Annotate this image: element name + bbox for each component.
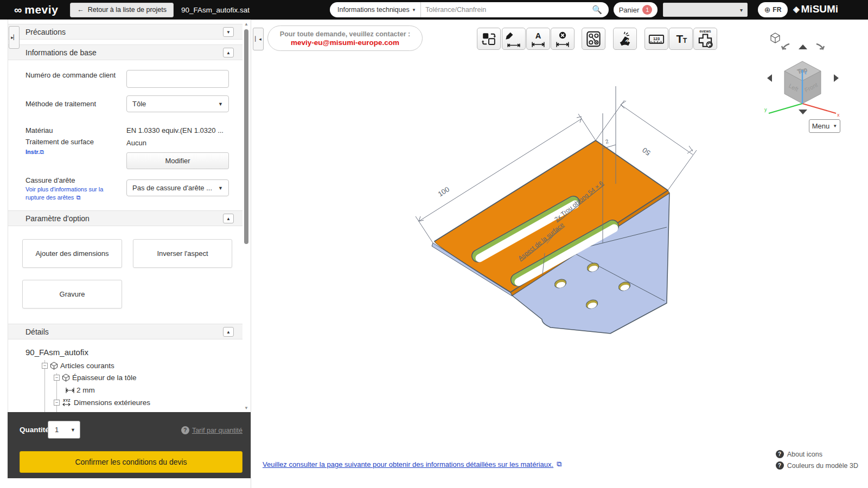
axis-z-label: z bbox=[805, 70, 807, 75]
chevron-down-icon: ▾ bbox=[740, 7, 743, 13]
collapse-toggle-icon[interactable]: ▲ bbox=[223, 48, 234, 57]
back-button-label: Retour à la liste de projets bbox=[88, 6, 167, 14]
material-value: EN 1.0330 equiv.(EN 1.0320 ... bbox=[126, 126, 224, 134]
order-number-input[interactable] bbox=[126, 70, 229, 88]
search-icon[interactable]: 🔍 bbox=[590, 5, 609, 15]
edge-break-select[interactable]: Pas de cassure d'arête ... ▼ bbox=[126, 179, 229, 196]
globe-icon: ⊕ bbox=[764, 5, 771, 14]
quantity-label: Quantité bbox=[20, 426, 49, 434]
document-title: 90_FAsm_autofix.sat bbox=[181, 6, 250, 14]
add-dimensions-button[interactable]: Ajouter des dimensions bbox=[22, 239, 122, 268]
scroll-up-arrow[interactable]: ▲ bbox=[244, 22, 249, 27]
materials-info-link[interactable]: Veuillez consulter la page suivante pour… bbox=[263, 460, 561, 468]
viewcube-menu-button[interactable]: Menu ▼ bbox=[809, 119, 840, 133]
rotate-right-side-arrow[interactable] bbox=[834, 74, 839, 82]
sidebar-expand-handle[interactable]: ▸▏ bbox=[9, 26, 20, 49]
engraving-button[interactable]: Gravure bbox=[22, 280, 122, 309]
section-option-params-label: Paramètre d'option bbox=[25, 214, 90, 223]
tree-node-label: Articles courants bbox=[60, 362, 114, 370]
search-bar: Informations techniques ▾ 🔍 bbox=[330, 2, 609, 17]
section-details[interactable]: Détails ▲ bbox=[8, 324, 242, 339]
quantity-select[interactable]: 1 ▼ bbox=[48, 421, 80, 439]
iso-view-icon[interactable] bbox=[771, 33, 780, 43]
svg-text:XYZ: XYZ bbox=[63, 399, 71, 402]
dim-width-label: 50 bbox=[641, 146, 652, 157]
tree-root[interactable]: 90_FAsm_autofix bbox=[25, 348, 88, 357]
dim-thickness-label: 2 bbox=[605, 138, 610, 145]
language-button[interactable]: ⊕ FR bbox=[758, 2, 788, 17]
about-icons-link[interactable]: ? About icons bbox=[776, 450, 858, 458]
chevron-down-icon: ▼ bbox=[833, 124, 837, 129]
tree-node-articles[interactable]: − Articles courants bbox=[42, 362, 114, 370]
section-precautions-label: Précautions bbox=[25, 28, 66, 36]
meviy-logo-text: meviy bbox=[24, 3, 58, 16]
tree-expander[interactable]: − bbox=[54, 400, 60, 406]
section-basic-info[interactable]: Informations de base ▲ bbox=[8, 44, 242, 60]
confirm-quote-button[interactable]: Confirmer les conditions du devis bbox=[20, 451, 242, 473]
rotate-right-arrow[interactable] bbox=[816, 44, 824, 49]
collapse-toggle-icon[interactable]: ▲ bbox=[223, 214, 234, 223]
method-label: Méthode de traitement bbox=[25, 100, 96, 108]
back-to-projects-button[interactable]: ← Retour à la liste de projets bbox=[70, 3, 174, 17]
meviy-logo[interactable]: ∞ meviy bbox=[14, 3, 58, 16]
xyz-dimensions-icon: XYZ bbox=[62, 398, 72, 407]
edge-break-value: Pas de cassure d'arête ... bbox=[132, 184, 212, 192]
left-sidebar: Précautions ▼ Informations de base ▲ Num… bbox=[8, 20, 242, 412]
viewer-canvas[interactable]: ▏◂ Pour toute demande, veuillez contacte… bbox=[251, 20, 868, 488]
external-link-icon: ⧉ bbox=[557, 460, 561, 468]
materials-link-label: Veuillez consulter la page suivante pour… bbox=[263, 460, 553, 468]
rotate-left-arrow[interactable] bbox=[782, 44, 789, 49]
axis-x-label: x bbox=[837, 112, 840, 118]
tree-node-label: Dimensions extérieures bbox=[74, 399, 150, 407]
rotate-down-arrow[interactable] bbox=[799, 110, 807, 114]
back-arrow-icon: ← bbox=[77, 6, 84, 14]
tree-expander[interactable]: − bbox=[42, 363, 48, 369]
tariff-link[interactable]: ? Tarif par quantité bbox=[181, 426, 242, 434]
misumi-logo: ◈ MiSUMi bbox=[793, 3, 838, 15]
top-bar: ∞ meviy ← Retour à la liste de projets 9… bbox=[0, 0, 868, 20]
about-icons-label: About icons bbox=[787, 451, 822, 458]
dimension-icon bbox=[66, 387, 74, 394]
modify-button[interactable]: Modifier bbox=[126, 152, 229, 169]
rotate-up-arrow[interactable] bbox=[799, 44, 807, 49]
language-label: FR bbox=[773, 6, 781, 14]
question-icon: ? bbox=[776, 450, 784, 458]
invert-aspect-button[interactable]: Inverser l'aspect bbox=[133, 239, 232, 268]
menu-label: Menu bbox=[812, 122, 830, 130]
surface-treatment-label: Traitement de surface bbox=[25, 138, 94, 146]
scroll-down-arrow[interactable]: ▼ bbox=[244, 406, 249, 410]
tree-node-label: Épaisseur de la tôle bbox=[72, 374, 137, 382]
edge-break-label: Cassure d'arête bbox=[25, 176, 75, 184]
project-select[interactable]: ▾ bbox=[663, 3, 748, 17]
question-icon: ? bbox=[181, 426, 189, 434]
instr-link[interactable]: Instr.⧉ bbox=[25, 146, 44, 156]
collapse-toggle-icon[interactable]: ▲ bbox=[223, 327, 234, 337]
section-precautions[interactable]: Précautions ▼ bbox=[8, 24, 242, 40]
view-cube-widget[interactable]: Top Left Front y x z bbox=[756, 29, 859, 124]
misumi-logo-icon: ◈ bbox=[793, 4, 800, 14]
search-category-select[interactable]: Informations techniques ▾ bbox=[330, 2, 421, 17]
help-links: ? About icons ? Couleurs du modèle 3D bbox=[776, 450, 858, 470]
search-input[interactable] bbox=[421, 6, 590, 14]
collapse-toggle-icon[interactable]: ▼ bbox=[223, 27, 234, 37]
rotate-left-side-arrow[interactable] bbox=[767, 74, 772, 82]
external-link-icon: ⧉ bbox=[40, 149, 44, 155]
quote-panel: Quantité 1 ▼ ? Tarif par quantité Confir… bbox=[8, 412, 251, 478]
method-value: Tôle bbox=[132, 100, 146, 108]
cart-label: Panier bbox=[619, 6, 640, 14]
edge-break-info-link[interactable]: Voir plus d'informations sur la rupture … bbox=[25, 185, 120, 201]
cart-button[interactable]: Panier 1 bbox=[614, 2, 658, 17]
method-select[interactable]: Tôle ▼ bbox=[126, 95, 229, 112]
scrollbar-thumb[interactable] bbox=[244, 29, 248, 244]
chevron-down-icon: ▼ bbox=[71, 427, 75, 433]
model-colors-link[interactable]: ? Couleurs du modèle 3D bbox=[776, 461, 858, 470]
part-cube-icon bbox=[62, 374, 70, 382]
tree-node-thickness-value[interactable]: 2 mm bbox=[66, 386, 95, 394]
question-icon: ? bbox=[776, 461, 784, 470]
meviy-logo-icon: ∞ bbox=[14, 4, 22, 15]
tree-node-ext-dimensions[interactable]: − XYZ Dimensions extérieures bbox=[54, 398, 150, 407]
section-option-params[interactable]: Paramètre d'option ▲ bbox=[8, 210, 242, 226]
order-number-label: Numéro de commande client bbox=[25, 70, 118, 80]
tree-node-thickness[interactable]: − Épaisseur de la tôle bbox=[54, 374, 137, 382]
tree-expander[interactable]: − bbox=[54, 375, 60, 381]
